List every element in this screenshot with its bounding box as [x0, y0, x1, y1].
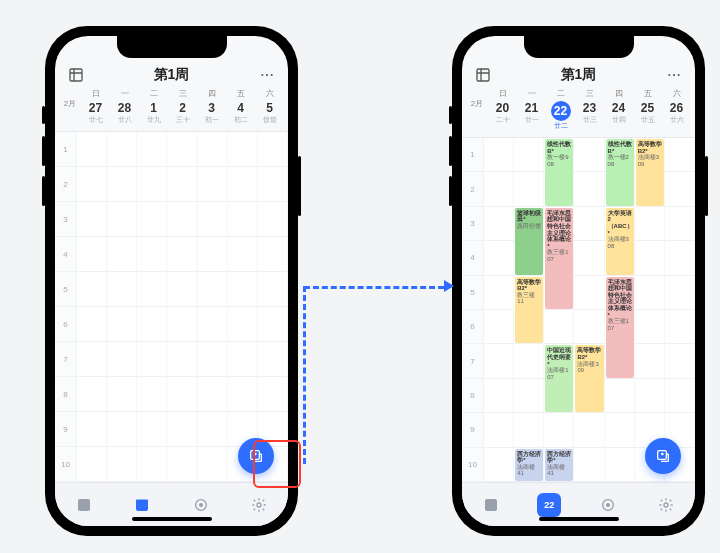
grid-cell[interactable]	[198, 307, 228, 342]
timetable-grid-right[interactable]: 12345678910线性代数 B*教一楼9 08线性代数 B*教一楼2 08高…	[462, 138, 695, 482]
grid-cell[interactable]	[665, 138, 695, 172]
grid-cell[interactable]	[258, 167, 288, 202]
grid-cell[interactable]	[514, 413, 544, 447]
day-column[interactable]: 日20二十	[488, 88, 517, 131]
grid-cell[interactable]	[574, 310, 604, 344]
grid-cell[interactable]	[137, 412, 167, 447]
grid-cell[interactable]	[665, 172, 695, 206]
grid-cell[interactable]	[107, 412, 137, 447]
grid-cell[interactable]	[258, 132, 288, 167]
grid-cell[interactable]	[635, 379, 665, 413]
grid-cell[interactable]	[137, 272, 167, 307]
day-column[interactable]: 四3初一	[197, 88, 226, 125]
day-column[interactable]: 日27廿七	[81, 88, 110, 125]
grid-cell[interactable]	[635, 241, 665, 275]
grid-cell[interactable]	[198, 237, 228, 272]
grid-cell[interactable]	[605, 448, 635, 482]
grid-cell[interactable]	[198, 412, 228, 447]
grid-cell[interactable]	[107, 377, 137, 412]
grid-cell[interactable]	[77, 447, 107, 482]
grid-cell[interactable]	[167, 377, 197, 412]
grid-cell[interactable]	[574, 172, 604, 206]
grid-cell[interactable]	[198, 342, 228, 377]
tab-tasks[interactable]	[479, 493, 503, 517]
grid-cell[interactable]	[198, 377, 228, 412]
grid-cell[interactable]	[484, 241, 514, 275]
grid-cell[interactable]	[665, 310, 695, 344]
tab-discover[interactable]	[189, 493, 213, 517]
day-column[interactable]: 六5惊蛰	[255, 88, 284, 125]
grid-cell[interactable]	[167, 202, 197, 237]
grid-cell[interactable]	[167, 167, 197, 202]
grid-cell[interactable]	[665, 379, 695, 413]
grid-cell[interactable]	[137, 237, 167, 272]
grid-cell[interactable]	[107, 307, 137, 342]
grid-cell[interactable]	[77, 307, 107, 342]
course-event[interactable]: 毛泽东思想和中国特色社会主义理论体系概论*教三楼1 07	[545, 208, 573, 309]
grid-cell[interactable]	[258, 237, 288, 272]
course-event[interactable]: 中国近现代史纲要*法商楼1 07	[545, 345, 573, 412]
grid-cell[interactable]	[77, 412, 107, 447]
grid-cell[interactable]	[514, 138, 544, 172]
grid-cell[interactable]	[107, 132, 137, 167]
home-indicator[interactable]	[539, 517, 619, 521]
tab-settings[interactable]	[654, 493, 678, 517]
grid-cell[interactable]	[228, 377, 258, 412]
grid-cell[interactable]	[198, 202, 228, 237]
tab-tasks[interactable]	[72, 493, 96, 517]
course-event[interactable]: 毛泽东思想和中国特色社会主义理论体系概论*教三楼1 07	[606, 277, 634, 378]
grid-cell[interactable]	[198, 447, 228, 482]
grid-cell[interactable]	[228, 342, 258, 377]
home-indicator[interactable]	[132, 517, 212, 521]
tab-discover[interactable]	[596, 493, 620, 517]
grid-cell[interactable]	[107, 272, 137, 307]
grid-cell[interactable]	[574, 138, 604, 172]
grid-cell[interactable]	[77, 132, 107, 167]
grid-cell[interactable]	[77, 272, 107, 307]
grid-cell[interactable]	[228, 237, 258, 272]
day-column[interactable]: 五25廿五	[633, 88, 662, 131]
grid-cell[interactable]	[574, 413, 604, 447]
grid-cell[interactable]	[484, 310, 514, 344]
grid-cell[interactable]	[137, 202, 167, 237]
grid-cell[interactable]	[484, 413, 514, 447]
grid-cell[interactable]	[574, 448, 604, 482]
day-column[interactable]: 四24廿四	[604, 88, 633, 131]
timetable-grid-left[interactable]: 12345678910	[55, 132, 288, 482]
grid-cell[interactable]	[107, 202, 137, 237]
grid-cell[interactable]	[137, 307, 167, 342]
grid-cell[interactable]	[228, 272, 258, 307]
grid-cell[interactable]	[137, 377, 167, 412]
grid-cell[interactable]	[484, 379, 514, 413]
grid-cell[interactable]	[484, 172, 514, 206]
grid-cell[interactable]	[544, 310, 574, 344]
day-column[interactable]: 一28廿八	[110, 88, 139, 125]
grid-cell[interactable]	[77, 377, 107, 412]
grid-cell[interactable]	[574, 276, 604, 310]
more-icon[interactable]	[665, 66, 683, 84]
course-event[interactable]: 西方经济学*法商楼41	[515, 449, 543, 481]
grid-cell[interactable]	[167, 342, 197, 377]
grid-cell[interactable]	[77, 342, 107, 377]
grid-cell[interactable]	[635, 310, 665, 344]
grid-cell[interactable]	[258, 202, 288, 237]
grid-cell[interactable]	[167, 447, 197, 482]
grid-cell[interactable]	[574, 207, 604, 241]
grid-cell[interactable]	[107, 342, 137, 377]
tab-schedule[interactable]	[130, 493, 154, 517]
grid-cell[interactable]	[167, 307, 197, 342]
grid-cell[interactable]	[77, 237, 107, 272]
grid-cell[interactable]	[544, 413, 574, 447]
grid-cell[interactable]	[228, 132, 258, 167]
grid-cell[interactable]	[574, 241, 604, 275]
view-toggle-icon[interactable]	[67, 66, 85, 84]
grid-cell[interactable]	[198, 167, 228, 202]
grid-cell[interactable]	[228, 307, 258, 342]
grid-cell[interactable]	[665, 276, 695, 310]
grid-cell[interactable]	[665, 344, 695, 378]
grid-cell[interactable]	[107, 167, 137, 202]
grid-cell[interactable]	[635, 207, 665, 241]
grid-cell[interactable]	[167, 132, 197, 167]
grid-cell[interactable]	[258, 272, 288, 307]
grid-cell[interactable]	[514, 172, 544, 206]
